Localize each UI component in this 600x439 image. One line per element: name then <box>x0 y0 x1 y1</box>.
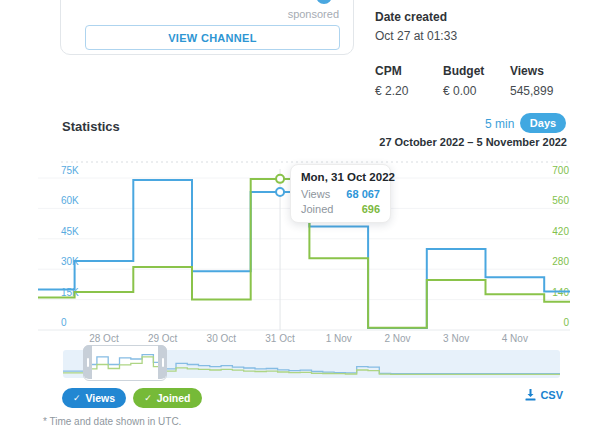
minimap-right-handle[interactable] <box>158 345 167 379</box>
metric-budget: Budget € 0.00 <box>443 64 510 98</box>
chart-legend: ✓ Views ✓ Joined <box>62 388 202 408</box>
svg-text:2 Nov: 2 Nov <box>384 333 410 344</box>
check-icon: ✓ <box>144 393 152 403</box>
interval-5min-toggle[interactable]: 5 min <box>485 117 514 131</box>
svg-text:0: 0 <box>61 317 67 328</box>
svg-text:60K: 60K <box>61 195 79 206</box>
metric-cpm: CPM € 2.20 <box>375 64 443 98</box>
svg-text:28 Oct: 28 Oct <box>89 333 119 344</box>
svg-text:700: 700 <box>552 165 569 176</box>
metric-label: CPM <box>375 64 443 78</box>
view-channel-button[interactable]: VIEW CHANNEL <box>85 25 340 50</box>
tooltip-views-row: Views 68 067 <box>301 188 380 200</box>
svg-text:280: 280 <box>552 256 569 267</box>
metric-value: € 2.20 <box>375 84 443 98</box>
metric-label: Views <box>510 64 553 78</box>
promo-card: sponsored VIEW CHANNEL <box>60 0 354 55</box>
tooltip-joined-value: 696 <box>362 203 380 215</box>
minimap-canvas <box>63 346 560 382</box>
info-panel: Date created Oct 27 at 01:33 CPM € 2.20 … <box>375 10 585 98</box>
tooltip-date: Mon, 31 Oct 2022 <box>301 171 380 183</box>
utc-footnote: * Time and date shown in UTC. <box>43 416 181 427</box>
interval-days-toggle[interactable]: Days <box>520 113 566 133</box>
views-joined-chart[interactable]: 0015K14030K28045K42060K56075K70028 Oct29… <box>38 155 578 347</box>
tooltip-views-label: Views <box>301 188 330 200</box>
tooltip-joined-row: Joined 696 <box>301 203 380 215</box>
chart-minimap[interactable] <box>63 350 560 378</box>
svg-text:75K: 75K <box>61 165 79 176</box>
sponsored-label: sponsored <box>288 8 339 20</box>
tooltip-views-value: 68 067 <box>346 188 380 200</box>
svg-text:420: 420 <box>552 226 569 237</box>
csv-label: CSV <box>540 389 563 401</box>
svg-text:3 Nov: 3 Nov <box>443 333 469 344</box>
svg-text:0: 0 <box>563 317 569 328</box>
legend-views-label: Views <box>86 392 116 404</box>
legend-joined-toggle[interactable]: ✓ Joined <box>133 388 201 408</box>
legend-views-toggle[interactable]: ✓ Views <box>62 388 126 408</box>
statistics-title: Statistics <box>62 119 120 134</box>
metric-value: € 0.00 <box>443 84 510 98</box>
svg-text:560: 560 <box>552 195 569 206</box>
download-icon <box>525 389 536 401</box>
metrics-row: CPM € 2.20 Budget € 0.00 Views 545,899 <box>375 64 585 98</box>
metric-views: Views 545,899 <box>510 64 553 98</box>
date-created-label: Date created <box>375 10 585 24</box>
date-created-value: Oct 27 at 01:33 <box>375 29 585 43</box>
tooltip-joined-label: Joined <box>301 203 333 215</box>
channel-avatar-icon <box>314 0 334 6</box>
svg-text:30 Oct: 30 Oct <box>207 333 237 344</box>
download-csv-button[interactable]: CSV <box>525 389 563 401</box>
svg-text:1 Nov: 1 Nov <box>326 333 352 344</box>
metric-label: Budget <box>443 64 510 78</box>
minimap-left-handle[interactable] <box>83 345 92 379</box>
svg-text:29 Oct: 29 Oct <box>148 333 178 344</box>
svg-text:4 Nov: 4 Nov <box>502 333 528 344</box>
legend-joined-label: Joined <box>157 392 191 404</box>
metric-value: 545,899 <box>510 84 553 98</box>
svg-text:45K: 45K <box>61 226 79 237</box>
check-icon: ✓ <box>73 393 81 403</box>
chart-tooltip: Mon, 31 Oct 2022 Views 68 067 Joined 696 <box>290 164 391 223</box>
chart-date-range: 27 October 2022 – 5 November 2022 <box>379 136 567 148</box>
svg-text:31 Oct: 31 Oct <box>265 333 295 344</box>
